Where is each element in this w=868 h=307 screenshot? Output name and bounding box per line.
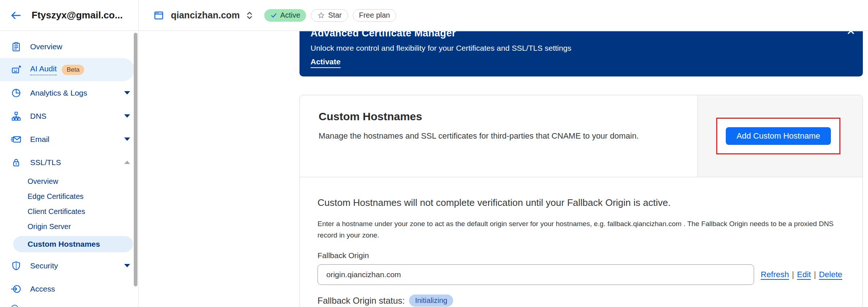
sidebar-subitem-label: Client Certificates xyxy=(28,207,85,216)
chevron-up-icon xyxy=(124,161,130,164)
sidebar-subitem-origin-server[interactable]: Origin Server xyxy=(0,219,138,234)
clipped-next-item-icon xyxy=(10,303,19,307)
top-header: Ftyszyx@gmail.co... qiancizhan.com xyxy=(0,0,868,31)
edit-link[interactable]: Edit xyxy=(797,270,811,279)
sidebar-item-label: Access xyxy=(30,285,55,293)
browser-window-icon xyxy=(153,10,165,21)
zone-header: qiancizhan.com Active Star Free plan xyxy=(139,0,868,31)
sidebar-subitem-ssl-overview[interactable]: Overview xyxy=(0,174,138,189)
zone-selector-chevrons-icon[interactable] xyxy=(245,9,254,22)
beta-badge: Beta xyxy=(62,65,84,75)
sidebar-item-label: Overview xyxy=(30,42,62,51)
fallback-origin-help: Enter a hostname under your zone to act … xyxy=(318,218,845,241)
card-header: Custom Hostnames Manage the hostnames an… xyxy=(300,95,862,177)
sidebar-subitem-label: Overview xyxy=(28,177,58,186)
fallback-origin-section: Custom Hostnames will not complete verif… xyxy=(300,177,862,307)
sidebar-item-label: Security xyxy=(30,261,58,270)
sidebar-item-overview[interactable]: Overview xyxy=(0,35,138,58)
chevron-down-icon xyxy=(124,114,130,118)
fallback-origin-actions: Refresh|Edit|Delete xyxy=(761,270,842,279)
delete-link[interactable]: Delete xyxy=(819,270,842,279)
activate-link[interactable]: Activate xyxy=(311,57,341,68)
robot-icon xyxy=(10,64,22,76)
network-tree-icon xyxy=(10,110,22,122)
sidebar-item-analytics-logs[interactable]: Analytics & Logs xyxy=(0,81,138,104)
annotation-highlight-box: Add Custom Hostname xyxy=(716,118,840,154)
sidebar-subitem-label: Edge Certificates xyxy=(28,192,83,201)
account-email[interactable]: Ftyszyx@gmail.co... xyxy=(32,10,123,21)
sidebar-item-access[interactable]: Access xyxy=(0,277,138,300)
fallback-origin-label: Fallback Origin xyxy=(318,251,845,260)
sidebar-subitem-label: Origin Server xyxy=(28,222,71,231)
sidebar-item-label: Analytics & Logs xyxy=(30,89,87,97)
sidebar-item-dns[interactable]: DNS xyxy=(0,104,138,128)
zone-status-badge: Active xyxy=(264,9,306,22)
chevron-down-icon xyxy=(124,264,130,267)
sidebar-item-label: DNS xyxy=(30,112,46,121)
close-icon[interactable]: ✕ xyxy=(846,31,856,38)
sidebar-subitem-custom-hostnames[interactable]: Custom Hostnames xyxy=(13,236,133,252)
links-separator: | xyxy=(814,270,816,279)
add-custom-hostname-button[interactable]: Add Custom Hostname xyxy=(726,127,831,145)
pie-chart-icon xyxy=(10,87,22,99)
clipboard-icon xyxy=(10,41,22,53)
refresh-link[interactable]: Refresh xyxy=(761,270,789,279)
sidebar-subitem-edge-certificates[interactable]: Edge Certificates xyxy=(0,189,138,204)
custom-hostnames-card: Custom Hostnames Manage the hostnames an… xyxy=(300,95,863,307)
cloudflare-dashboard: Ftyszyx@gmail.co... qiancizhan.com xyxy=(0,0,868,307)
sidebar-item-security[interactable]: Security xyxy=(0,254,138,277)
shield-icon xyxy=(10,260,22,272)
sidebar-item-label: Email xyxy=(30,135,50,144)
zone-name[interactable]: qiancizhan.com xyxy=(171,10,240,21)
back-arrow-icon[interactable] xyxy=(10,9,22,22)
account-header: Ftyszyx@gmail.co... xyxy=(0,0,139,31)
main-content: Advanced Certificate Manager Unlock more… xyxy=(139,31,868,307)
star-icon xyxy=(317,11,325,19)
sidebar-item-ssl-tls[interactable]: SSL/TLS xyxy=(0,151,138,174)
plan-label: Free plan xyxy=(359,11,390,19)
chevron-down-icon xyxy=(124,91,130,94)
page-description: Manage the hostnames and SSL certificate… xyxy=(319,129,642,143)
sidebar-scrollbar[interactable] xyxy=(134,33,137,286)
fallback-origin-status-label: Fallback Origin status: xyxy=(318,296,405,306)
login-circle-icon xyxy=(10,283,22,295)
sidebar-subitem-client-certificates[interactable]: Client Certificates xyxy=(0,204,138,219)
lock-icon xyxy=(10,157,22,168)
star-zone-button[interactable]: Star xyxy=(311,9,348,22)
links-separator: | xyxy=(792,270,794,279)
chevron-down-icon xyxy=(124,138,130,141)
zone-status-label: Active xyxy=(280,11,300,19)
sidebar-nav: Overview AI Audit Beta Analyti xyxy=(0,31,139,307)
fallback-origin-input[interactable] xyxy=(318,264,754,285)
check-icon xyxy=(270,12,277,19)
banner-description: Unlock more control and flexibility for … xyxy=(311,44,852,53)
plan-badge: Free plan xyxy=(353,9,397,22)
envelope-icon xyxy=(10,133,22,145)
sidebar-item-label: AI Audit xyxy=(30,64,57,75)
verification-notice: Custom Hostnames will not complete verif… xyxy=(318,197,845,208)
banner-title: Advanced Certificate Manager xyxy=(311,31,852,40)
sidebar-item-ai-audit[interactable]: AI Audit Beta xyxy=(0,58,134,81)
sidebar-item-email[interactable]: Email xyxy=(0,128,138,151)
star-label: Star xyxy=(328,11,342,19)
card-header-aside: Add Custom Hostname xyxy=(697,95,862,177)
sidebar-item-label: SSL/TLS xyxy=(30,158,61,167)
acm-banner: Advanced Certificate Manager Unlock more… xyxy=(300,31,863,76)
sidebar-subitem-label: Custom Hostnames xyxy=(28,240,100,249)
status-badge: Initializing xyxy=(409,294,453,307)
